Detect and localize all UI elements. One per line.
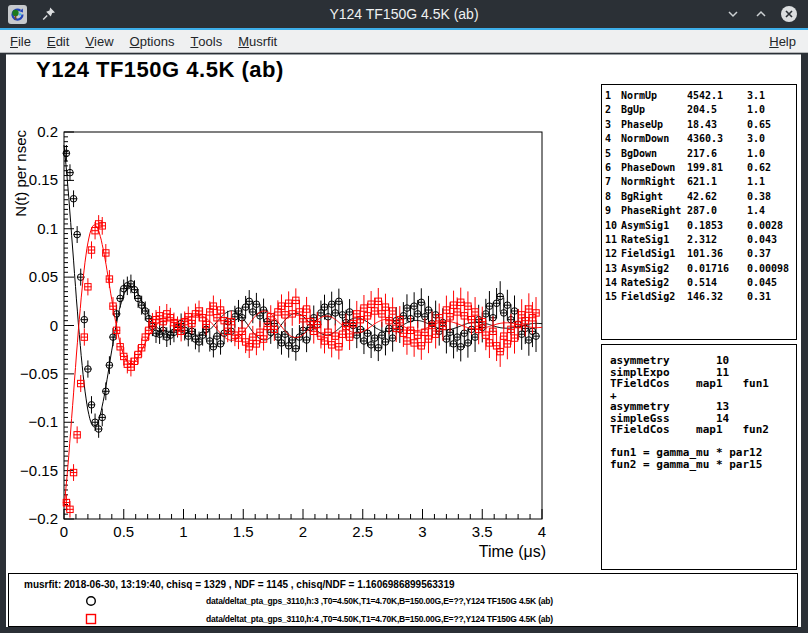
- svg-text:1.5: 1.5: [233, 523, 254, 540]
- root-canvas[interactable]: Y124 TF150G 4.5K (ab) 00.511.522.533.54T…: [6, 54, 801, 627]
- param-row: 13AsymSig20.017160.00098: [605, 262, 796, 276]
- param-row: 12FieldSig1101.360.37: [605, 247, 796, 261]
- series-black-circles: [63, 145, 542, 438]
- minimize-button[interactable]: [724, 5, 742, 23]
- param-row: 7NormRight621.11.1: [605, 175, 796, 189]
- svg-text:−0.05: −0.05: [20, 365, 58, 382]
- svg-text:3: 3: [418, 523, 426, 540]
- legend-square-marker: [84, 612, 98, 626]
- series-red-squares: [63, 215, 542, 518]
- theory-text: asymmetry 10 simplExpo 11 TFieldCos map1…: [610, 355, 796, 470]
- svg-text:2.5: 2.5: [352, 523, 373, 540]
- menu-tools[interactable]: Tools: [182, 30, 230, 52]
- menu-view[interactable]: View: [77, 30, 121, 52]
- menu-edit[interactable]: Edit: [39, 30, 77, 52]
- param-row: 6PhaseDown199.810.62: [605, 161, 796, 175]
- fit-curve: [64, 225, 542, 507]
- fit-info-line: musrfit: 2018-06-30, 13:19:40, chisq = 1…: [24, 579, 455, 590]
- legend-label: data/deltat_pta_gps_3110,h:4 ,T0=4.50K,T…: [206, 614, 553, 624]
- svg-text:0.15: 0.15: [29, 171, 58, 188]
- svg-text:0.2: 0.2: [37, 123, 58, 140]
- x-axis-title: Time (μs): [479, 543, 546, 560]
- param-row: 3PhaseUp18.430.65: [605, 118, 796, 132]
- y-axis-title: N(t) per nsec: [12, 130, 29, 217]
- menu-musrfit[interactable]: Musrfit: [230, 30, 285, 52]
- titlebar[interactable]: Y124 TF150G 4.5K (ab): [0, 0, 808, 28]
- menu-file[interactable]: File: [2, 30, 39, 52]
- maximize-button[interactable]: [752, 5, 770, 23]
- legend-circle-marker: [84, 594, 98, 608]
- info-legend-pad: musrfit: 2018-06-30, 13:19:40, chisq = 1…: [8, 573, 798, 627]
- legend-entry: data/deltat_pta_gps_3110,h:3 ,T0=4.50K,T…: [84, 594, 553, 608]
- svg-text:0.1: 0.1: [37, 220, 58, 237]
- param-row: 1NormUp4542.13.1: [605, 89, 796, 103]
- theory-pad: asymmetry 10 simplExpo 11 TFieldCos map1…: [601, 344, 797, 570]
- legend-entry: data/deltat_pta_gps_3110,h:4 ,T0=4.50K,T…: [84, 612, 553, 626]
- svg-text:2: 2: [299, 523, 307, 540]
- window-title: Y124 TF150G 4.5K (ab): [0, 6, 808, 22]
- svg-text:−0.15: −0.15: [20, 462, 58, 479]
- svg-text:3.5: 3.5: [472, 523, 493, 540]
- legend-label: data/deltat_pta_gps_3110,h:3 ,T0=4.50K,T…: [206, 596, 553, 606]
- param-row: 10AsymSig10.18530.0028: [605, 219, 796, 233]
- plot-area[interactable]: 00.511.522.533.54Time (μs)0.20.150.10.05…: [6, 55, 600, 572]
- svg-text:0: 0: [60, 523, 68, 540]
- param-row: 2BgUp204.51.0: [605, 103, 796, 117]
- x-axis: 00.511.522.533.54Time (μs): [60, 509, 546, 560]
- param-row: 14RateSig20.5140.045: [605, 276, 796, 290]
- svg-text:0.05: 0.05: [29, 268, 58, 285]
- param-row: 5BgDown217.61.0: [605, 147, 796, 161]
- svg-text:−0.1: −0.1: [28, 413, 58, 430]
- parameter-pad: 1NormUp4542.13.12BgUp204.51.03PhaseUp18.…: [601, 84, 797, 340]
- menubar: FileEditViewOptionsToolsMusrfit Help: [0, 30, 808, 53]
- param-row: 11RateSig12.3120.043: [605, 233, 796, 247]
- menu-help[interactable]: Help: [761, 30, 804, 52]
- close-button[interactable]: [780, 5, 798, 23]
- svg-text:0: 0: [50, 317, 58, 334]
- param-row: 4NormDown4360.33.0: [605, 132, 796, 146]
- menu-options[interactable]: Options: [122, 30, 183, 52]
- param-row: 9PhaseRight287.01.4: [605, 204, 796, 218]
- svg-text:4: 4: [538, 523, 546, 540]
- param-row: 8BgRight42.620.38: [605, 190, 796, 204]
- fit-curve: [64, 145, 542, 427]
- y-axis: 0.20.150.10.050−0.05−0.1−0.15−0.2N(t) pe…: [12, 123, 74, 527]
- svg-text:0.5: 0.5: [113, 523, 134, 540]
- param-row: 15FieldSig2146.320.31: [605, 290, 796, 304]
- svg-text:−0.2: −0.2: [28, 510, 58, 527]
- app-window: Y124 TF150G 4.5K (ab) FileEditViewOption…: [0, 0, 808, 633]
- svg-text:1: 1: [179, 523, 187, 540]
